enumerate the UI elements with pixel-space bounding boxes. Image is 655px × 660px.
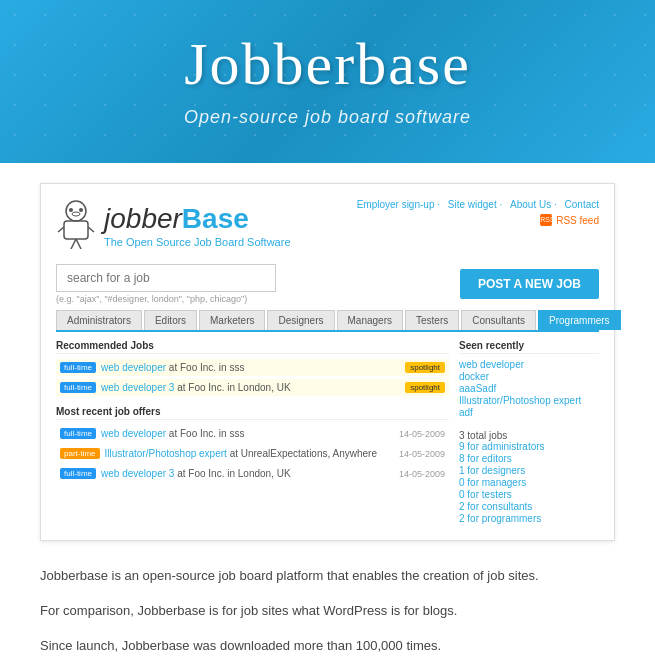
cat-count-5[interactable]: 2 for consultants <box>459 501 599 512</box>
seen-item-0[interactable]: web developer <box>459 359 599 370</box>
cat-count-2[interactable]: 1 for designers <box>459 465 599 476</box>
tab-programmers[interactable]: Programmers <box>538 310 621 330</box>
main-content: jobberBase The Open Source Job Board Sof… <box>0 163 655 660</box>
badge-fulltime-2: full-time <box>60 382 96 393</box>
recommended-job-1: full-time web developer at Foo Inc. in s… <box>56 359 449 376</box>
jobs-layout: Recommended Jobs full-time web developer… <box>56 340 599 525</box>
jobs-sidebar: Seen recently web developer docker aaaSa… <box>459 340 599 525</box>
header-banner: Jobberbase Open-source job board softwar… <box>0 0 655 163</box>
svg-point-1 <box>69 208 73 212</box>
svg-line-7 <box>58 227 64 232</box>
tab-designers[interactable]: Designers <box>267 310 334 330</box>
tab-consultants[interactable]: Consultants <box>461 310 536 330</box>
tab-administrators[interactable]: Administrators <box>56 310 142 330</box>
category-tabs: Administrators Editors Marketers Designe… <box>56 310 599 332</box>
badge-recent-2: part-time <box>60 448 100 459</box>
recent-title-2[interactable]: Illustrator/Photoshop expert at UnrealEx… <box>105 448 394 459</box>
app-mockup: jobberBase The Open Source Job Board Sof… <box>40 183 615 541</box>
rss-icon: RSS <box>540 214 552 226</box>
cat-count-3[interactable]: 0 for managers <box>459 477 599 488</box>
total-jobs-label: 3 total jobs <box>459 430 507 441</box>
seen-item-2[interactable]: aaaSadf <box>459 383 599 394</box>
search-section: (e.g. "ajax", "#designer, london", "php,… <box>56 264 599 304</box>
badge-recent-1: full-time <box>60 428 96 439</box>
recent-job-1: full-time web developer at Foo Inc. in s… <box>56 425 449 442</box>
svg-rect-4 <box>64 221 88 239</box>
most-recent-section: Most recent job offers full-time web dev… <box>56 406 449 482</box>
search-wrap: (e.g. "ajax", "#designer, london", "php,… <box>56 264 450 304</box>
svg-point-0 <box>66 201 86 221</box>
seen-title: Seen recently <box>459 340 599 354</box>
app-nav-links: Employer sign-up · Site widget · About U… <box>352 199 599 210</box>
job-company-2: at Foo Inc. in London, UK <box>177 382 290 393</box>
app-nav-area: Employer sign-up · Site widget · About U… <box>352 199 599 226</box>
tab-managers[interactable]: Managers <box>337 310 403 330</box>
app-tagline: The Open Source Job Board Software <box>104 236 291 248</box>
svg-line-6 <box>76 239 81 249</box>
svg-line-8 <box>88 227 94 232</box>
description-section: Jobberbase is an open-source job board p… <box>40 566 615 656</box>
recent-title-3[interactable]: web developer 3 at Foo Inc. in London, U… <box>101 468 394 479</box>
badge-fulltime-1: full-time <box>60 362 96 373</box>
seen-recently: Seen recently web developer docker aaaSa… <box>459 340 599 418</box>
app-header: jobberBase The Open Source Job Board Sof… <box>56 199 599 254</box>
site-widget-link[interactable]: Site widget <box>448 199 497 210</box>
recent-date-1: 14-05-2009 <box>399 429 445 439</box>
search-input[interactable] <box>56 264 276 292</box>
logo-text: jobberBase <box>104 205 291 233</box>
seen-item-1[interactable]: docker <box>459 371 599 382</box>
recent-date-3: 14-05-2009 <box>399 469 445 479</box>
job-company-1: at Foo Inc. in sss <box>169 362 245 373</box>
recent-job-2: part-time Illustrator/Photoshop expert a… <box>56 445 449 462</box>
description-p2: For comparison, Jobberbase is for job si… <box>40 601 615 622</box>
job-title-1[interactable]: web developer at Foo Inc. in sss <box>101 362 400 373</box>
job-link-2[interactable]: web developer 3 <box>101 382 174 393</box>
tab-testers[interactable]: Testers <box>405 310 459 330</box>
cat-count-4[interactable]: 0 for testers <box>459 489 599 500</box>
logo-robot-icon <box>56 199 96 254</box>
tab-editors[interactable]: Editors <box>144 310 197 330</box>
seen-item-3[interactable]: Illustrator/Photoshop expert <box>459 395 599 406</box>
svg-line-5 <box>71 239 76 249</box>
cat-count-6[interactable]: 2 for programmers <box>459 513 599 524</box>
seen-item-4[interactable]: adf <box>459 407 599 418</box>
total-jobs: 3 total jobs 9 for administrators 8 for … <box>459 430 599 524</box>
rss-label[interactable]: RSS feed <box>556 215 599 226</box>
recent-title-1[interactable]: web developer at Foo Inc. in sss <box>101 428 394 439</box>
recent-title: Most recent job offers <box>56 406 449 420</box>
banner-subtitle: Open-source job board software <box>40 107 615 128</box>
badge-recent-3: full-time <box>60 468 96 479</box>
about-link[interactable]: About Us <box>510 199 551 210</box>
recommended-job-2: full-time web developer 3 at Foo Inc. in… <box>56 379 449 396</box>
search-hint: (e.g. "ajax", "#designer, london", "php,… <box>56 294 450 304</box>
contact-link[interactable]: Contact <box>565 199 599 210</box>
recent-date-2: 14-05-2009 <box>399 449 445 459</box>
logo-obber: obber <box>110 203 182 234</box>
rss-area: RSS RSS feed <box>352 214 599 226</box>
cat-count-1[interactable]: 8 for editors <box>459 453 599 464</box>
spotlight-badge-1: spotlight <box>405 362 445 373</box>
description-p3: Since launch, Jobberbase was downloaded … <box>40 636 615 657</box>
employer-signup-link[interactable]: Employer sign-up <box>357 199 435 210</box>
recommended-title: Recommended Jobs <box>56 340 449 354</box>
post-job-button[interactable]: POST A NEW JOB <box>460 269 599 299</box>
spotlight-badge-2: spotlight <box>405 382 445 393</box>
tab-marketers[interactable]: Marketers <box>199 310 265 330</box>
job-title-2[interactable]: web developer 3 at Foo Inc. in London, U… <box>101 382 400 393</box>
recent-job-3: full-time web developer 3 at Foo Inc. in… <box>56 465 449 482</box>
logo-base: Base <box>182 203 249 234</box>
jobs-main: Recommended Jobs full-time web developer… <box>56 340 449 525</box>
logo-text-block: jobberBase The Open Source Job Board Sof… <box>104 205 291 248</box>
svg-point-2 <box>79 208 83 212</box>
banner-title: Jobberbase <box>40 30 615 99</box>
cat-count-0[interactable]: 9 for administrators <box>459 441 599 452</box>
app-logo: jobberBase The Open Source Job Board Sof… <box>56 199 291 254</box>
svg-point-3 <box>72 212 80 216</box>
description-p1: Jobberbase is an open-source job board p… <box>40 566 615 587</box>
job-link-1[interactable]: web developer <box>101 362 166 373</box>
